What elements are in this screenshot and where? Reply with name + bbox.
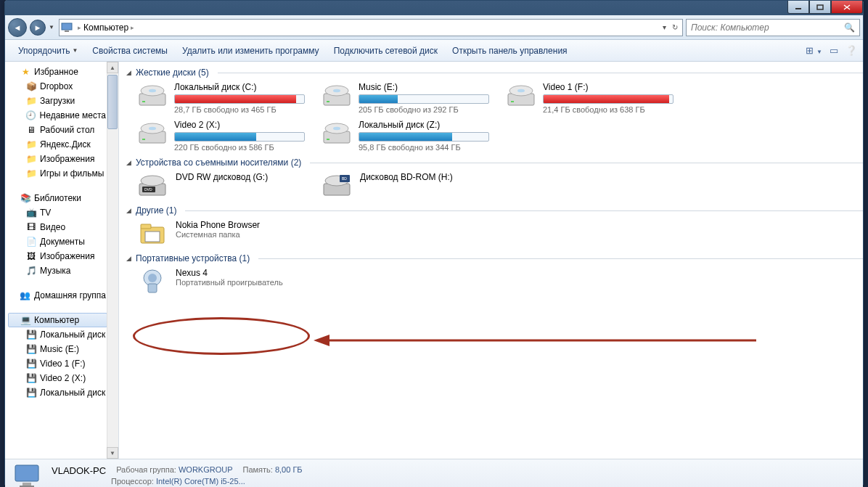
svg-point-22 [333, 127, 340, 130]
sidebar-item-tv[interactable]: 📺TV [24, 205, 107, 220]
folder-icon: 📁 [25, 95, 37, 107]
drive-item[interactable]: Video 2 (X:) 220 ГБ свободно из 586 ГБ [135, 118, 312, 153]
removable-drive-item[interactable]: BD Дисковод BD-ROM (H:) [319, 171, 496, 201]
sidebar-item-drive[interactable]: 💾Music (E:) [24, 342, 107, 356]
other-device-item[interactable]: Nokia Phone BrowserСистемная папка [135, 218, 312, 249]
sidebar-item-pictures[interactable]: 🖼Изображения [24, 249, 107, 263]
drive-name: Video 2 (X:) [174, 120, 311, 131]
drive-item[interactable]: Video 1 (F:) 21,4 ГБ свободно из 638 ГБ [504, 81, 681, 115]
portable-device-item[interactable]: Nexus 4Портативный проигрыватель [135, 266, 312, 297]
breadcrumb-item[interactable]: Компьютер [83, 22, 128, 33]
drive-item[interactable]: Локальный диск (C:) 28,7 ГБ свободно из … [135, 81, 312, 115]
view-mode-icon[interactable]: ⊞ ▼ [806, 45, 822, 56]
organize-menu[interactable]: Упорядочить ▼ [11, 43, 85, 59]
desktop-icon: 🖥 [25, 124, 37, 136]
sidebar-item-docs[interactable]: 📄Документы [24, 234, 107, 249]
status-cpu: Intel(R) Core(TM) i5-25... [156, 477, 245, 486]
sidebar-item-games[interactable]: 📁Игры и фильмы [24, 166, 107, 181]
map-drive-button[interactable]: Подключить сетевой диск [327, 43, 445, 59]
svg-point-6 [149, 89, 156, 92]
recent-icon: 🕘 [25, 110, 37, 121]
uninstall-button[interactable]: Удалить или изменить программу [175, 43, 327, 59]
sidebar-item-downloads[interactable]: 📁Загрузки [24, 94, 107, 108]
sidebar-item-dropbox[interactable]: 📦Dropbox [24, 79, 107, 94]
video-icon: 🎞 [25, 221, 37, 233]
music-icon: 🎵 [25, 265, 37, 277]
sidebar-computer[interactable]: 💻Компьютер [8, 313, 107, 327]
dvd-drive-icon: DVD [136, 172, 168, 200]
search-icon: 🔍 [844, 22, 855, 33]
removable-drive-item[interactable]: DVD DVD RW дисковод (G:) [135, 171, 312, 201]
sidebar-scrollbar[interactable]: ▲ ▼ [107, 62, 118, 459]
hard-drive-icon [321, 82, 353, 110]
breadcrumb-sep: ▸ [78, 24, 81, 31]
svg-rect-34 [145, 232, 160, 242]
scrollbar-thumb[interactable] [107, 75, 118, 129]
svg-point-10 [333, 89, 340, 92]
control-panel-button[interactable]: Открыть панель управления [445, 43, 575, 59]
drive-name: Локальный диск (Z:) [359, 120, 495, 131]
titlebar [5, 1, 863, 15]
sidebar-item-recent[interactable]: 🕘Недавние места [24, 108, 107, 123]
drive-free-text: 205 ГБ свободно из 292 ГБ [359, 105, 495, 114]
sidebar-item-drive[interactable]: 💾Локальный диск [24, 385, 107, 400]
svg-point-37 [148, 274, 157, 282]
sidebar-item-video[interactable]: 🎞Видео [24, 220, 107, 234]
svg-rect-19 [142, 139, 145, 140]
computer-large-icon [12, 462, 43, 487]
sidebar-homegroup[interactable]: 👥Домашняя группа [8, 288, 107, 303]
category-hard-disks[interactable]: ◢Жесткие диски (5) [126, 63, 863, 81]
sidebar-item-images[interactable]: 📁Изображения [24, 152, 107, 166]
back-button[interactable]: ◄ [8, 18, 27, 37]
svg-point-14 [517, 89, 525, 92]
help-icon[interactable]: ❔ [846, 45, 857, 56]
address-bar[interactable]: ▸ Компьютер ▸ ▾ ↻ [59, 19, 683, 36]
drive-item[interactable]: Music (E:) 205 ГБ свободно из 292 ГБ [319, 81, 496, 115]
status-workgroup: WORKGROUP [179, 465, 233, 474]
star-icon: ★ [20, 66, 31, 78]
refresh-icon[interactable]: ↻ [672, 23, 678, 31]
category-removable[interactable]: ◢Устройства со съемными носителями (2) [126, 153, 863, 171]
sidebar-item-desktop[interactable]: 🖥Рабочий стол [24, 123, 107, 137]
preview-pane-icon[interactable]: ▭ [830, 45, 838, 56]
explorer-window: ◄ ► ▼ ▸ Компьютер ▸ ▾ ↻ 🔍 Упорядочить ▼ … [4, 0, 864, 485]
sidebar-item-drive[interactable]: 💾Video 2 (X:) [24, 371, 107, 385]
portable-player-icon [136, 268, 168, 295]
sidebar-item-drive[interactable]: 💾Локальный диск [24, 327, 107, 342]
drive-name: Video 1 (F:) [543, 82, 679, 94]
sidebar-item-music[interactable]: 🎵Музыка [24, 263, 107, 278]
maximize-button[interactable] [809, 1, 831, 14]
drive-usage-bar [359, 94, 489, 104]
drive-free-text: 95,8 ГБ свободно из 344 ГБ [359, 142, 495, 152]
drive-icon: 💾 [25, 372, 37, 384]
scroll-up-icon[interactable]: ▲ [107, 62, 118, 73]
drive-free-text: 21,4 ГБ свободно из 638 ГБ [543, 105, 679, 114]
drive-icon: 💾 [25, 387, 37, 398]
category-portable[interactable]: ◢Портативные устройства (1) [126, 249, 863, 266]
minimize-button[interactable] [787, 1, 809, 14]
search-input[interactable] [691, 22, 844, 33]
svg-point-25 [141, 176, 164, 186]
scroll-down-icon[interactable]: ▼ [107, 447, 118, 459]
drive-icon: 💾 [25, 343, 37, 355]
system-props-button[interactable]: Свойства системы [85, 43, 175, 59]
bd-drive-icon: BD [321, 172, 353, 200]
drive-usage-bar [174, 94, 305, 104]
address-dropdown-icon[interactable]: ▾ [663, 23, 666, 31]
svg-rect-15 [511, 101, 514, 102]
drive-item[interactable]: Локальный диск (Z:) 95,8 ГБ свободно из … [319, 118, 496, 153]
folder-icon: 📁 [25, 168, 37, 179]
sidebar-item-yandex[interactable]: 📁Яндекс.Диск [24, 137, 107, 152]
item-subtitle: Системная папка [176, 230, 260, 239]
forward-button[interactable]: ► [30, 20, 46, 36]
close-button[interactable] [831, 1, 863, 14]
category-other[interactable]: ◢Другие (1) [126, 201, 863, 218]
search-box[interactable]: 🔍 [686, 19, 860, 36]
navbar: ◄ ► ▼ ▸ Компьютер ▸ ▾ ↻ 🔍 [5, 15, 863, 40]
sidebar-favorites[interactable]: ★Избранное [8, 65, 107, 79]
sidebar-item-drive[interactable]: 💾Video 1 (F:) [24, 356, 107, 371]
sidebar-libraries[interactable]: 📚Библиотеки [8, 191, 107, 205]
drive-usage-bar [359, 132, 489, 142]
history-dropdown[interactable]: ▼ [49, 24, 56, 30]
item-subtitle: Портативный проигрыватель [176, 278, 283, 287]
